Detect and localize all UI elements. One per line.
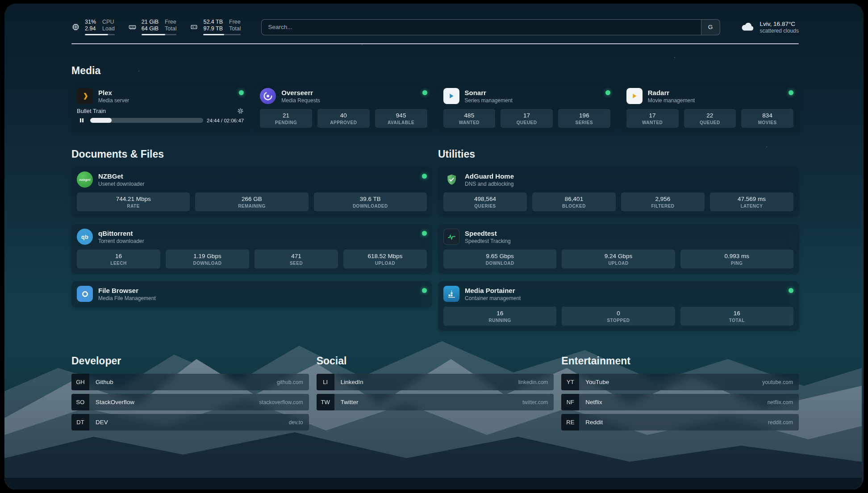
stat-filtered: 2,956FILTERED bbox=[621, 192, 705, 211]
stat-downloaded: 39.6 TBDOWNLOADED bbox=[314, 192, 427, 211]
stat-label: DOWNLOAD bbox=[167, 261, 247, 266]
status-dot bbox=[239, 90, 244, 95]
bookmark-name: DEV bbox=[96, 419, 108, 426]
stat-value: 266 GB bbox=[197, 196, 306, 202]
middle-columns: Documents & Files nzbgetNZBGetUsenet dow… bbox=[71, 148, 799, 331]
disk-icon bbox=[190, 23, 198, 31]
service-card-radarr[interactable]: RadarrMovie management17WANTED22QUEUED83… bbox=[621, 84, 799, 133]
stat-label: SERIES bbox=[560, 120, 609, 125]
stat-queued: 17QUEUED bbox=[501, 109, 553, 128]
service-description: Torrent downloader bbox=[98, 238, 144, 244]
stat-seed: 471SEED bbox=[255, 250, 338, 268]
ram-icon bbox=[128, 23, 137, 31]
bookmark-reddit[interactable]: RERedditreddit.com bbox=[561, 414, 799, 430]
bookmark-netflix[interactable]: NFNetflixnetflix.com bbox=[561, 394, 799, 410]
filebrowser-icon bbox=[77, 286, 93, 302]
bookmark-twitter[interactable]: TWTwittertwitter.com bbox=[317, 394, 554, 410]
stat-upload: 9.24 GbpsUPLOAD bbox=[562, 250, 675, 268]
stat-movies: 834MOVIES bbox=[741, 109, 793, 128]
weather-condition: scattered clouds bbox=[760, 28, 799, 34]
metric-label-bottom: Total bbox=[165, 25, 176, 32]
utilities-column: Utilities AdGuard HomeDNS and adblocking… bbox=[438, 148, 799, 331]
search-input[interactable] bbox=[262, 24, 701, 30]
stat-queries: 498,564QUERIES bbox=[443, 192, 527, 211]
service-name: Radarr bbox=[648, 89, 695, 96]
weather-widget[interactable]: Lviv, 16.87°C scattered clouds bbox=[741, 21, 799, 34]
stat-wanted: 17WANTED bbox=[626, 109, 679, 128]
stat-value: 498,564 bbox=[445, 196, 525, 202]
service-card-filebrowser[interactable]: File BrowserMedia File Management bbox=[71, 281, 432, 307]
service-card-adguard[interactable]: AdGuard HomeDNS and adblocking498,564QUE… bbox=[438, 167, 799, 217]
bookmark-youtube[interactable]: YTYouTubeyoutube.com bbox=[561, 374, 799, 390]
metric-label-top: Free bbox=[165, 19, 176, 25]
documents-services: nzbgetNZBGetUsenet downloader744.21 Mbps… bbox=[71, 167, 432, 307]
stat-label: DOWNLOADED bbox=[316, 204, 425, 209]
stat-value: 485 bbox=[445, 112, 494, 119]
divider bbox=[71, 43, 799, 44]
stat-value: 17 bbox=[628, 112, 677, 119]
stat-value: 40 bbox=[319, 112, 368, 119]
status-dot bbox=[789, 288, 793, 293]
stat-wanted: 485WANTED bbox=[443, 109, 496, 128]
search-provider-button[interactable]: G bbox=[701, 20, 720, 35]
bookmark-stackoverflow[interactable]: SOStackOverflowstackoverflow.com bbox=[71, 394, 309, 410]
bookmark-github[interactable]: GHGithubgithub.com bbox=[71, 374, 309, 390]
search-bar[interactable]: G bbox=[261, 19, 720, 35]
playback-progress-bar[interactable] bbox=[90, 118, 203, 123]
metric-progress-bar bbox=[203, 34, 241, 35]
metric-progress-bar bbox=[142, 34, 177, 35]
bookmark-group-social: SocialLILinkedInlinkedin.comTWTwittertwi… bbox=[317, 355, 554, 430]
bookmark-name: LinkedIn bbox=[341, 379, 363, 385]
stat-label: WANTED bbox=[445, 120, 494, 125]
stat-label: UPLOAD bbox=[563, 261, 673, 266]
bookmark-linkedin[interactable]: LILinkedInlinkedin.com bbox=[317, 374, 554, 390]
section-title-utilities: Utilities bbox=[438, 148, 799, 160]
sonarr-icon bbox=[443, 88, 459, 104]
service-card-plex[interactable]: PlexMedia serverBullet Train24:44 / 02:0… bbox=[71, 84, 249, 133]
pause-button[interactable] bbox=[77, 117, 87, 123]
portainer-icon bbox=[443, 286, 459, 302]
bookmark-abbreviation: GH bbox=[71, 374, 89, 390]
bookmark-abbreviation: RE bbox=[561, 414, 579, 430]
status-dot bbox=[422, 231, 427, 236]
service-card-qbittorrent[interactable]: qbqBittorrentTorrent downloader16LEECH1.… bbox=[71, 224, 432, 274]
bookmark-dev[interactable]: DTDEVdev.to bbox=[71, 414, 309, 430]
stat-value: 16 bbox=[445, 310, 555, 317]
utilities-services: AdGuard HomeDNS and adblocking498,564QUE… bbox=[438, 167, 799, 331]
bookmark-abbreviation: TW bbox=[317, 394, 334, 410]
service-card-speedtest[interactable]: SpeedtestSpeedtest Tracking9.65 GbpsDOWN… bbox=[438, 224, 799, 274]
system-metrics: 31%CPU2.94Load21 GiBFree64 GiBTotal52.4 … bbox=[71, 19, 241, 35]
metric-value: 21 GiB bbox=[142, 19, 159, 25]
service-card-portainer[interactable]: Media PortainerContainer management16RUN… bbox=[438, 281, 799, 331]
stat-label: REMAINING bbox=[197, 204, 306, 209]
status-dot bbox=[422, 288, 427, 293]
service-card-overseerr[interactable]: OverseerrMedia Requests21PENDING40APPROV… bbox=[255, 84, 432, 133]
metric-ram: 21 GiBFree64 GiBTotal bbox=[128, 19, 177, 35]
stat-label: SEED bbox=[256, 261, 336, 266]
bookmark-name: Reddit bbox=[585, 419, 603, 426]
service-card-nzbget[interactable]: nzbgetNZBGetUsenet downloader744.21 Mbps… bbox=[71, 167, 432, 217]
service-name: Plex bbox=[98, 89, 129, 96]
cpu-icon bbox=[71, 23, 80, 31]
stat-label: BLOCKED bbox=[534, 204, 614, 209]
stat-label: TOTAL bbox=[682, 318, 792, 323]
stat-label: DOWNLOAD bbox=[445, 261, 555, 266]
bookmark-abbreviation: DT bbox=[71, 414, 89, 430]
service-card-sonarr[interactable]: SonarrSeries management485WANTED17QUEUED… bbox=[438, 84, 616, 133]
bookmark-name: YouTube bbox=[585, 379, 609, 385]
bookmark-group-developer: DeveloperGHGithubgithub.comSOStackOverfl… bbox=[71, 355, 309, 430]
stat-label: UPLOAD bbox=[345, 261, 425, 266]
stat-rate: 744.21 MbpsRATE bbox=[77, 192, 190, 211]
stat-value: 471 bbox=[256, 253, 336, 259]
dashboard-frame: 31%CPU2.94Load21 GiBFree64 GiBTotal52.4 … bbox=[4, 4, 864, 489]
service-name: Speedtest bbox=[465, 230, 511, 237]
stat-value: 16 bbox=[682, 310, 792, 317]
stat-label: MOVIES bbox=[743, 120, 792, 125]
gear-icon[interactable] bbox=[237, 108, 244, 114]
stat-label: STOPPED bbox=[563, 318, 673, 323]
bookmark-groups: DeveloperGHGithubgithub.comSOStackOverfl… bbox=[71, 355, 799, 430]
metric-disk: 52.4 TBFree97.9 TBTotal bbox=[190, 19, 241, 35]
playback-time: 24:44 / 02:06:47 bbox=[207, 118, 244, 123]
status-dot bbox=[422, 174, 427, 179]
now-playing-title: Bullet Train bbox=[77, 108, 106, 114]
